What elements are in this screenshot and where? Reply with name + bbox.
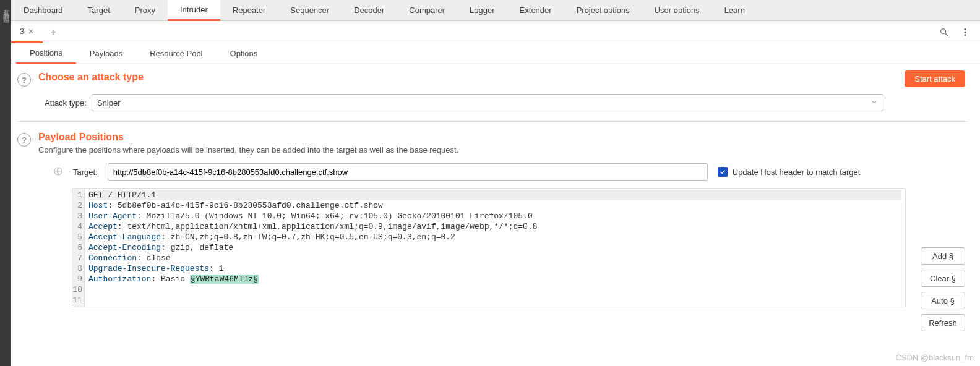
attack-type-select[interactable]: Sniper <box>92 94 883 111</box>
update-host-checkbox[interactable] <box>718 167 728 177</box>
target-input[interactable] <box>108 163 708 181</box>
main-tab-sequencer[interactable]: Sequencer <box>278 0 342 20</box>
inner-tab-positions[interactable]: Positions <box>16 43 76 64</box>
main-tab-proxy[interactable]: Proxy <box>123 0 168 20</box>
line-gutter: 1234567891011 <box>72 189 85 307</box>
plus-icon: + <box>50 27 56 38</box>
help-icon[interactable]: ? <box>17 73 31 87</box>
main-tab-user-options[interactable]: User options <box>642 0 712 20</box>
divider <box>17 121 968 122</box>
payload-positions-desc: Configure the positions where payloads w… <box>38 145 968 155</box>
main-tab-project-options[interactable]: Project options <box>564 0 642 20</box>
attack-type-label: Attack type: <box>45 98 87 108</box>
add-tab-button[interactable]: + <box>43 21 63 43</box>
svg-point-3 <box>965 32 966 33</box>
close-icon[interactable]: ✕ <box>28 27 34 36</box>
intruder-tab-3[interactable]: 3 ✕ <box>11 21 43 43</box>
main-tab-decoder[interactable]: Decoder <box>342 0 397 20</box>
main-tab-repeater[interactable]: Repeater <box>220 0 278 20</box>
svg-line-1 <box>945 33 948 36</box>
main-tab-target[interactable]: Target <box>75 0 123 20</box>
auto-button[interactable]: Auto § <box>921 292 965 309</box>
update-host-label: Update Host header to match target <box>733 168 861 177</box>
svg-point-2 <box>965 28 966 30</box>
main-tab-learn[interactable]: Learn <box>712 0 757 20</box>
clear-button[interactable]: Clear § <box>921 270 965 287</box>
search-icon[interactable] <box>939 27 949 37</box>
main-tab-intruder[interactable]: Intruder <box>168 0 220 21</box>
start-attack-button[interactable]: Start attack <box>905 70 965 87</box>
kebab-menu-icon[interactable] <box>960 27 970 37</box>
main-tab-comparer[interactable]: Comparer <box>397 0 457 20</box>
svg-point-4 <box>965 34 966 35</box>
inner-tab-options[interactable]: Options <box>217 43 272 64</box>
main-tab-extender[interactable]: Extender <box>507 0 564 20</box>
help-icon[interactable]: ? <box>17 133 31 147</box>
target-label: Target: <box>73 168 98 177</box>
add-button[interactable]: Add § <box>921 247 965 265</box>
request-body[interactable]: GET / HTTP/1.1Host: 5db8ef0b-a14c-415f-9… <box>85 189 905 307</box>
main-tab-logger[interactable]: Logger <box>457 0 507 20</box>
target-globe-icon <box>53 166 63 178</box>
intruder-tabstrip: 3 ✕ + <box>11 21 980 43</box>
request-editor[interactable]: 1234567891011 GET / HTTP/1.1Host: 5db8ef… <box>72 188 906 307</box>
watermark: CSDN @blacksun_fm <box>895 353 974 362</box>
intruder-inner-tabbar: PositionsPayloadsResource PoolOptions <box>11 43 980 64</box>
app-window: DashboardTargetProxyIntruderRepeaterSequ… <box>11 0 980 366</box>
attack-type-heading: Choose an attack type <box>38 72 968 83</box>
chevron-down-icon <box>870 98 878 108</box>
main-tabbar: DashboardTargetProxyIntruderRepeaterSequ… <box>11 0 980 21</box>
left-edge-strip: 有 从 方 的 回 题 <box>0 0 11 366</box>
refreshbutton[interactable]: Refresh <box>921 314 965 331</box>
svg-point-0 <box>941 28 946 33</box>
position-buttons: Add §Clear §Auto §Refresh <box>921 247 965 331</box>
intruder-tab-label: 3 <box>20 27 24 36</box>
main-tab-dashboard[interactable]: Dashboard <box>11 0 75 20</box>
payload-positions-heading: Payload Positions <box>38 132 968 143</box>
inner-tab-payloads[interactable]: Payloads <box>76 43 136 64</box>
inner-tab-resource-pool[interactable]: Resource Pool <box>136 43 216 64</box>
attack-type-value: Sniper <box>97 98 121 108</box>
